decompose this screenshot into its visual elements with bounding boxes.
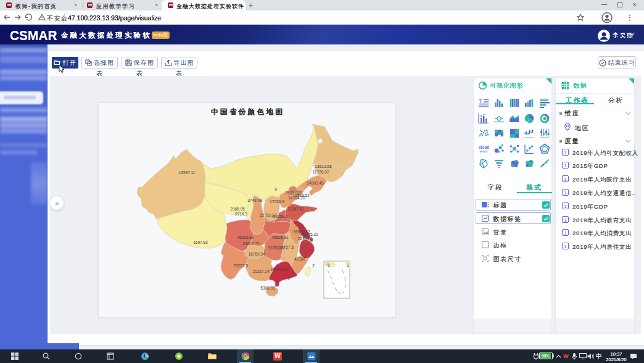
svg-text:21237.14: 21237.14	[252, 269, 269, 273]
svg-text:42165: 42165	[294, 257, 305, 261]
svg-text:24909.45: 24909.45	[307, 181, 323, 185]
svg-text:2965.95: 2965.95	[230, 207, 245, 211]
svg-text:17036.9: 17036.9	[270, 199, 284, 204]
svg-text:9716.3: 9716.3	[235, 212, 247, 216]
svg-text:0: 0	[275, 187, 277, 191]
svg-text:71067.53: 71067.53	[287, 207, 303, 211]
svg-text:11726.02: 11726.02	[313, 170, 329, 174]
svg-text:39752.12: 39752.12	[268, 246, 284, 250]
svg-text:0: 0	[287, 276, 290, 280]
svg-text:word: word	[479, 149, 487, 153]
svg-text:13612.68: 13612.68	[315, 164, 331, 169]
svg-text:cloud: cloud	[479, 145, 489, 149]
svg-text:0: 0	[294, 273, 297, 277]
svg-text:3749.48: 3749.48	[247, 198, 262, 202]
svg-text:10518.52: 10518.52	[292, 193, 309, 198]
svg-text:23227.3: 23227.3	[233, 264, 248, 268]
svg-text:T: T	[479, 98, 482, 104]
svg-text:1697.82: 1697.82	[193, 240, 208, 244]
svg-text:107671.07: 107671.07	[270, 267, 289, 272]
svg-text:45828.31: 45828.31	[271, 235, 288, 240]
svg-text:2: 2	[347, 263, 349, 267]
svg-text:16769.34: 16769.34	[248, 252, 265, 256]
svg-text:46615.82: 46615.82	[237, 235, 254, 240]
svg-text:25793.17: 25793.17	[259, 213, 276, 217]
svg-text:23605.77: 23605.77	[242, 241, 259, 246]
svg-text:5308.93: 5308.93	[260, 286, 275, 290]
svg-text:13597.11: 13597.11	[179, 170, 196, 175]
svg-text:0: 0	[328, 263, 330, 267]
svg-text:2: 2	[312, 264, 315, 268]
svg-text:99631.52: 99631.52	[293, 230, 310, 234]
svg-text:62851.6: 62851.6	[298, 236, 313, 241]
